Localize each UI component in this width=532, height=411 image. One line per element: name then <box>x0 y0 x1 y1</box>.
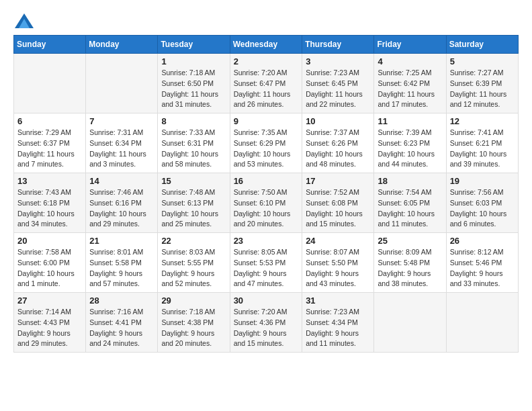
day-number: 7 <box>89 116 154 126</box>
weekday-header-friday: Friday <box>374 36 446 54</box>
day-detail: Sunrise: 7:43 AMSunset: 6:18 PMDaylight:… <box>17 187 82 230</box>
calendar-cell <box>374 293 446 353</box>
day-number: 6 <box>17 116 82 126</box>
day-detail: Sunrise: 8:07 AMSunset: 5:50 PMDaylight:… <box>306 247 370 289</box>
calendar-cell: 29Sunrise: 7:18 AMSunset: 4:38 PMDayligh… <box>158 293 230 353</box>
calendar-cell: 27Sunrise: 7:14 AMSunset: 4:43 PMDayligh… <box>14 293 86 353</box>
day-detail: Sunrise: 7:14 AMSunset: 4:43 PMDaylight:… <box>17 307 82 349</box>
day-detail: Sunrise: 7:56 AMSunset: 6:03 PMDaylight:… <box>450 187 515 230</box>
calendar-cell: 2Sunrise: 7:20 AMSunset: 6:47 PMDaylight… <box>230 54 302 113</box>
day-number: 12 <box>450 116 515 126</box>
day-number: 31 <box>306 295 370 306</box>
day-number: 22 <box>161 236 226 246</box>
calendar-cell: 13Sunrise: 7:43 AMSunset: 6:18 PMDayligh… <box>14 173 86 233</box>
calendar-cell: 26Sunrise: 8:12 AMSunset: 5:46 PMDayligh… <box>446 233 518 293</box>
day-detail: Sunrise: 7:29 AMSunset: 6:37 PMDaylight:… <box>17 128 82 170</box>
day-number: 13 <box>17 176 82 186</box>
calendar-cell: 10Sunrise: 7:37 AMSunset: 6:26 PMDayligh… <box>302 113 374 173</box>
calendar-cell <box>86 54 158 113</box>
calendar-cell: 5Sunrise: 7:27 AMSunset: 6:39 PMDaylight… <box>446 54 518 113</box>
calendar-cell: 11Sunrise: 7:39 AMSunset: 6:23 PMDayligh… <box>374 113 446 173</box>
day-number: 4 <box>378 56 442 66</box>
calendar-cell: 7Sunrise: 7:31 AMSunset: 6:34 PMDaylight… <box>86 113 158 173</box>
day-detail: Sunrise: 7:23 AMSunset: 4:34 PMDaylight:… <box>306 307 370 349</box>
day-number: 25 <box>378 236 442 246</box>
calendar-cell: 20Sunrise: 7:58 AMSunset: 6:00 PMDayligh… <box>14 233 86 293</box>
day-detail: Sunrise: 7:35 AMSunset: 6:29 PMDaylight:… <box>234 128 299 170</box>
calendar-cell: 25Sunrise: 8:09 AMSunset: 5:48 PMDayligh… <box>374 233 446 293</box>
day-number: 10 <box>306 116 370 126</box>
weekday-header-tuesday: Tuesday <box>158 36 230 54</box>
calendar-cell: 17Sunrise: 7:52 AMSunset: 6:08 PMDayligh… <box>302 173 374 233</box>
day-detail: Sunrise: 8:01 AMSunset: 5:58 PMDaylight:… <box>89 247 154 289</box>
day-detail: Sunrise: 7:46 AMSunset: 6:16 PMDaylight:… <box>89 187 154 230</box>
day-number: 29 <box>161 295 226 306</box>
calendar-cell: 1Sunrise: 7:18 AMSunset: 6:50 PMDaylight… <box>158 54 230 113</box>
day-number: 15 <box>161 176 226 186</box>
calendar-cell: 3Sunrise: 7:23 AMSunset: 6:45 PMDaylight… <box>302 54 374 113</box>
logo-icon <box>15 13 34 28</box>
day-number: 8 <box>161 116 226 126</box>
logo <box>13 13 34 28</box>
weekday-header-monday: Monday <box>86 36 158 54</box>
day-number: 21 <box>89 236 154 246</box>
day-number: 18 <box>378 176 442 186</box>
day-detail: Sunrise: 7:50 AMSunset: 6:10 PMDaylight:… <box>234 187 299 230</box>
day-detail: Sunrise: 7:58 AMSunset: 6:00 PMDaylight:… <box>17 247 82 289</box>
day-number: 30 <box>234 295 299 306</box>
calendar-cell: 4Sunrise: 7:25 AMSunset: 6:42 PMDaylight… <box>374 54 446 113</box>
weekday-header-wednesday: Wednesday <box>230 36 302 54</box>
calendar-cell: 12Sunrise: 7:41 AMSunset: 6:21 PMDayligh… <box>446 113 518 173</box>
day-number: 26 <box>450 236 515 246</box>
day-number: 9 <box>234 116 299 126</box>
weekday-header-thursday: Thursday <box>302 36 374 54</box>
day-number: 3 <box>306 56 370 66</box>
day-detail: Sunrise: 7:39 AMSunset: 6:23 PMDaylight:… <box>378 128 442 170</box>
day-number: 17 <box>306 176 370 186</box>
weekday-header-sunday: Sunday <box>14 36 86 54</box>
day-detail: Sunrise: 7:54 AMSunset: 6:05 PMDaylight:… <box>378 187 442 230</box>
day-detail: Sunrise: 7:18 AMSunset: 4:38 PMDaylight:… <box>161 307 226 349</box>
day-number: 19 <box>450 176 515 186</box>
day-number: 20 <box>17 236 82 246</box>
day-detail: Sunrise: 7:16 AMSunset: 4:41 PMDaylight:… <box>89 307 154 349</box>
calendar-cell: 23Sunrise: 8:05 AMSunset: 5:53 PMDayligh… <box>230 233 302 293</box>
calendar-cell: 31Sunrise: 7:23 AMSunset: 4:34 PMDayligh… <box>302 293 374 353</box>
calendar-cell: 24Sunrise: 8:07 AMSunset: 5:50 PMDayligh… <box>302 233 374 293</box>
calendar-cell: 18Sunrise: 7:54 AMSunset: 6:05 PMDayligh… <box>374 173 446 233</box>
calendar-cell: 15Sunrise: 7:48 AMSunset: 6:13 PMDayligh… <box>158 173 230 233</box>
day-number: 2 <box>234 56 299 66</box>
day-detail: Sunrise: 7:52 AMSunset: 6:08 PMDaylight:… <box>306 187 370 230</box>
calendar-table: SundayMondayTuesdayWednesdayThursdayFrid… <box>13 35 519 353</box>
day-detail: Sunrise: 8:03 AMSunset: 5:55 PMDaylight:… <box>161 247 226 289</box>
day-detail: Sunrise: 7:20 AMSunset: 6:47 PMDaylight:… <box>234 68 299 110</box>
day-number: 24 <box>306 236 370 246</box>
day-detail: Sunrise: 7:48 AMSunset: 6:13 PMDaylight:… <box>161 187 226 230</box>
calendar-cell <box>14 54 86 113</box>
day-number: 16 <box>234 176 299 186</box>
calendar-cell: 6Sunrise: 7:29 AMSunset: 6:37 PMDaylight… <box>14 113 86 173</box>
day-detail: Sunrise: 7:33 AMSunset: 6:31 PMDaylight:… <box>161 128 226 170</box>
calendar-cell: 19Sunrise: 7:56 AMSunset: 6:03 PMDayligh… <box>446 173 518 233</box>
day-detail: Sunrise: 7:18 AMSunset: 6:50 PMDaylight:… <box>161 68 226 110</box>
calendar-cell: 30Sunrise: 7:20 AMSunset: 4:36 PMDayligh… <box>230 293 302 353</box>
day-detail: Sunrise: 7:31 AMSunset: 6:34 PMDaylight:… <box>89 128 154 170</box>
page-header <box>13 13 519 28</box>
day-detail: Sunrise: 7:27 AMSunset: 6:39 PMDaylight:… <box>450 68 515 110</box>
weekday-header-saturday: Saturday <box>446 36 518 54</box>
day-number: 5 <box>450 56 515 66</box>
day-number: 27 <box>17 295 82 306</box>
calendar-cell <box>446 293 518 353</box>
calendar-cell: 28Sunrise: 7:16 AMSunset: 4:41 PMDayligh… <box>86 293 158 353</box>
calendar-cell: 14Sunrise: 7:46 AMSunset: 6:16 PMDayligh… <box>86 173 158 233</box>
day-detail: Sunrise: 8:12 AMSunset: 5:46 PMDaylight:… <box>450 247 515 289</box>
day-detail: Sunrise: 7:23 AMSunset: 6:45 PMDaylight:… <box>306 68 370 110</box>
calendar-cell: 9Sunrise: 7:35 AMSunset: 6:29 PMDaylight… <box>230 113 302 173</box>
day-detail: Sunrise: 7:41 AMSunset: 6:21 PMDaylight:… <box>450 128 515 170</box>
day-detail: Sunrise: 7:37 AMSunset: 6:26 PMDaylight:… <box>306 128 370 170</box>
day-detail: Sunrise: 7:20 AMSunset: 4:36 PMDaylight:… <box>234 307 299 349</box>
day-detail: Sunrise: 8:05 AMSunset: 5:53 PMDaylight:… <box>234 247 299 289</box>
day-number: 11 <box>378 116 442 126</box>
calendar-cell: 16Sunrise: 7:50 AMSunset: 6:10 PMDayligh… <box>230 173 302 233</box>
calendar-cell: 21Sunrise: 8:01 AMSunset: 5:58 PMDayligh… <box>86 233 158 293</box>
